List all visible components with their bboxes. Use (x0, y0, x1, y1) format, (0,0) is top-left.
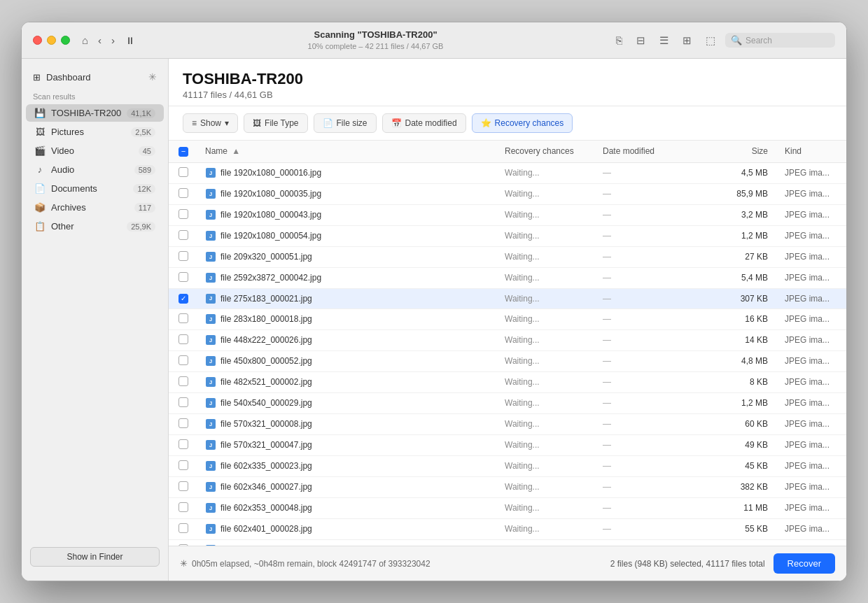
row-checkbox[interactable] (178, 481, 188, 491)
row-checkbox[interactable] (178, 313, 188, 323)
row-checkbox[interactable] (178, 460, 188, 470)
file-name: file 283x180_000018.jpg (220, 314, 312, 324)
row-checkbox[interactable] (178, 272, 188, 282)
size-column-header[interactable]: Size (706, 141, 776, 162)
file-type-icon: J (205, 293, 216, 304)
table-row[interactable]: J file 450x800_000052.jpg Waiting... — 4… (169, 350, 846, 371)
file-table-container[interactable]: Name ▲ Recovery chances Date modified (169, 141, 846, 546)
date-column-header[interactable]: Date modified (594, 141, 706, 162)
recover-button[interactable]: Recover (774, 553, 835, 574)
table-row[interactable]: J file 1920x1080_000035.jpg Waiting... —… (169, 183, 846, 204)
recovery-chances-button[interactable]: ⭐ Recovery chances (472, 113, 573, 133)
row-checkbox[interactable] (178, 376, 188, 386)
table-row[interactable]: J file 1920x1080_000016.jpg Waiting... —… (169, 162, 846, 183)
row-checkbox-cell[interactable] (169, 497, 197, 518)
table-row[interactable]: J file 602x401_000028.jpg Waiting... — 5… (169, 518, 846, 539)
row-checkbox[interactable] (178, 523, 188, 533)
sidebar-dashboard[interactable]: ⊞ Dashboard ✳ (22, 67, 168, 87)
row-checkbox[interactable] (178, 251, 188, 261)
kind-column-header[interactable]: Kind (776, 141, 846, 162)
file-view-button[interactable]: ⎘ (612, 31, 626, 49)
pause-button[interactable]: ⏸ (121, 33, 139, 48)
row-date-cell: — (594, 288, 706, 308)
recovery-column-header[interactable]: Recovery chances (496, 141, 594, 162)
table-row[interactable]: J file 602x353_000048.jpg Waiting... — 1… (169, 497, 846, 518)
table-row[interactable]: J file 209x320_000051.jpg Waiting... — 2… (169, 246, 846, 267)
row-checkbox-cell[interactable] (169, 246, 197, 267)
row-checkbox-cell[interactable] (169, 539, 197, 546)
row-kind-cell: JPEG ima... (776, 476, 846, 497)
show-filter-button[interactable]: ≡ Show ▾ (183, 113, 238, 133)
list-view-button[interactable]: ☰ (655, 31, 673, 50)
row-checkbox-cell[interactable] (169, 204, 197, 225)
sidebar-item-video[interactable]: 🎬 Video 45 (26, 142, 164, 159)
close-button[interactable] (33, 36, 42, 45)
folder-view-button[interactable]: ⊟ (632, 31, 650, 50)
table-row[interactable]: J file 602x407_000019.jpg Waiting... — 6… (169, 539, 846, 546)
sidebar-item-pictures[interactable]: 🖼 Pictures 2,5K (26, 123, 164, 141)
row-checkbox[interactable] (178, 355, 188, 365)
table-row[interactable]: J file 275x183_000021.jpg Waiting... — 3… (169, 288, 846, 308)
file-type-button[interactable]: 🖼 File Type (244, 113, 307, 133)
table-row[interactable]: J file 540x540_000029.jpg Waiting... — 1… (169, 392, 846, 413)
minimize-button[interactable] (47, 36, 56, 45)
row-checkbox-cell[interactable] (169, 183, 197, 204)
name-column-header[interactable]: Name ▲ (197, 141, 496, 162)
row-checkbox[interactable] (178, 418, 188, 428)
back-button[interactable]: ‹ (94, 32, 105, 48)
table-row[interactable]: J file 2592x3872_000042.jpg Waiting... —… (169, 267, 846, 288)
row-checkbox-cell[interactable] (169, 434, 197, 455)
grid-view-button[interactable]: ⊞ (678, 31, 696, 50)
row-checkbox-cell[interactable] (169, 329, 197, 350)
row-checkbox-cell[interactable] (169, 392, 197, 413)
row-checkbox-cell[interactable] (169, 288, 197, 308)
select-all-checkbox[interactable] (178, 147, 188, 157)
row-checkbox[interactable] (178, 209, 188, 219)
jpeg-icon: J (206, 440, 216, 450)
table-row[interactable]: J file 1920x1080_000043.jpg Waiting... —… (169, 204, 846, 225)
row-checkbox[interactable] (178, 397, 188, 407)
maximize-button[interactable] (61, 36, 70, 45)
table-row[interactable]: J file 482x521_000002.jpg Waiting... — 8… (169, 371, 846, 392)
row-checkbox-cell[interactable] (169, 413, 197, 434)
table-row[interactable]: J file 570x321_000008.jpg Waiting... — 6… (169, 413, 846, 434)
sidebar-item-archives[interactable]: 📦 Archives 117 (26, 199, 164, 216)
row-checkbox[interactable] (178, 167, 188, 177)
file-size-button[interactable]: 📄 File size (314, 113, 377, 133)
sidebar-item-other[interactable]: 📋 Other 25,9K (26, 218, 164, 235)
table-row[interactable]: J file 602x335_000023.jpg Waiting... — 4… (169, 455, 846, 476)
search-box[interactable]: 🔍 (725, 33, 835, 48)
row-checkbox-cell[interactable] (169, 162, 197, 183)
table-row[interactable]: J file 448x222_000026.jpg Waiting... — 1… (169, 329, 846, 350)
table-row[interactable]: J file 283x180_000018.jpg Waiting... — 1… (169, 308, 846, 329)
row-checkbox[interactable] (178, 230, 188, 240)
sidebar-item-audio[interactable]: ♪ Audio 589 (26, 161, 164, 178)
show-in-finder-button[interactable]: Show in Finder (30, 547, 160, 567)
row-checkbox-cell[interactable] (169, 308, 197, 329)
row-checkbox-cell[interactable] (169, 371, 197, 392)
table-row[interactable]: J file 1920x1080_000054.jpg Waiting... —… (169, 225, 846, 246)
forward-button[interactable]: › (108, 32, 118, 48)
row-checkbox[interactable] (178, 294, 188, 304)
table-row[interactable]: J file 570x321_000047.jpg Waiting... — 4… (169, 434, 846, 455)
home-button[interactable]: ⌂ (78, 32, 92, 48)
row-checkbox[interactable] (178, 188, 188, 198)
row-checkbox-cell[interactable] (169, 225, 197, 246)
row-checkbox[interactable] (178, 502, 188, 512)
table-row[interactable]: J file 602x346_000027.jpg Waiting... — 3… (169, 476, 846, 497)
sidebar-item-documents[interactable]: 📄 Documents 12K (26, 180, 164, 197)
date-modified-button[interactable]: 📅 Date modified (382, 113, 466, 133)
row-checkbox-cell[interactable] (169, 476, 197, 497)
row-checkbox[interactable] (178, 439, 188, 449)
row-checkbox-cell[interactable] (169, 350, 197, 371)
search-input[interactable] (746, 36, 830, 45)
row-checkbox-cell[interactable] (169, 455, 197, 476)
row-checkbox-cell[interactable] (169, 518, 197, 539)
select-all-header[interactable] (169, 141, 197, 162)
row-checkbox[interactable] (178, 334, 188, 344)
row-checkbox-cell[interactable] (169, 267, 197, 288)
traffic-lights (33, 36, 70, 45)
preview-button[interactable]: ⬚ (701, 31, 720, 50)
sidebar-item-toshiba[interactable]: 💾 TOSHIBA-TR200 41,1K (26, 104, 164, 122)
row-size-cell: 307 KB (706, 288, 776, 308)
